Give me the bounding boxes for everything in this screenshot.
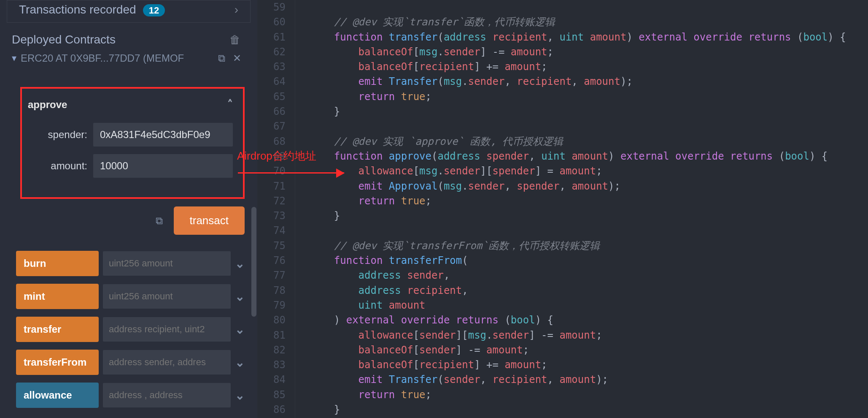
transactions-count-badge: 12 [143, 4, 165, 16]
line-number-gutter: 5960616263646566676869707172737475767778… [257, 0, 295, 418]
expand-mint-icon[interactable]: ⌄ [235, 290, 245, 304]
close-icon[interactable]: ✕ [233, 52, 241, 64]
chevron-right-icon: › [235, 3, 238, 16]
function-row-mint: mint⌄ [16, 284, 245, 309]
burn-button[interactable]: burn [16, 251, 99, 276]
transactions-recorded-row[interactable]: Transactions recorded 12 › [7, 0, 251, 23]
amount-label: amount: [28, 160, 93, 172]
chevron-up-icon[interactable]: ˄ [227, 98, 233, 111]
contract-name: ERC20 AT 0X9BF...77DD7 (MEMOF [21, 52, 210, 64]
transact-button[interactable]: transact [174, 206, 245, 235]
deploy-panel: Transactions recorded 12 › Deployed Cont… [0, 0, 257, 418]
copy-calldata-icon[interactable]: ⧉ [156, 215, 163, 227]
annotation-label: Airdrop合约地址 [237, 149, 316, 163]
transfer-args-input[interactable] [103, 317, 231, 342]
spender-input[interactable] [93, 123, 233, 147]
allowance-button[interactable]: allowance [16, 383, 99, 408]
expand-transferFrom-icon[interactable]: ⌄ [235, 356, 245, 369]
deployed-contracts-title: Deployed Contracts [12, 33, 116, 46]
function-row-transferFrom: transferFrom⌄ [16, 350, 245, 375]
mint-args-input[interactable] [103, 284, 231, 309]
copy-address-icon[interactable]: ⧉ [218, 52, 225, 64]
code-editor[interactable]: 5960616263646566676869707172737475767778… [257, 0, 868, 418]
code-content[interactable]: // @dev 实现`transfer`函数，代币转账逻辑 function t… [295, 0, 868, 418]
transferFrom-button[interactable]: transferFrom [16, 350, 99, 375]
expand-allowance-icon[interactable]: ⌄ [235, 388, 245, 402]
mint-button[interactable]: mint [16, 284, 99, 309]
approve-expanded-panel: approve ˄ spender: amount: [20, 87, 245, 199]
allowance-args-input[interactable] [103, 383, 231, 407]
function-row-allowance: allowance⌄ [16, 383, 245, 408]
expand-burn-icon[interactable]: ⌄ [235, 257, 245, 271]
spender-label: spender: [28, 129, 93, 141]
function-row-burn: burn⌄ [16, 251, 245, 276]
expand-transfer-icon[interactable]: ⌄ [235, 323, 245, 337]
transferFrom-args-input[interactable] [103, 350, 231, 375]
panel-scrollbar[interactable] [251, 207, 256, 317]
amount-input[interactable] [93, 154, 233, 178]
function-row-transfer: transfer⌄ [16, 317, 245, 342]
annotation-arrow [238, 172, 344, 174]
caret-down-icon[interactable]: ▾ [12, 53, 16, 64]
burn-args-input[interactable] [103, 251, 231, 276]
trash-icon[interactable]: 🗑 [229, 33, 240, 46]
approve-title: approve [28, 99, 67, 111]
contract-instance-row[interactable]: ▾ ERC20 AT 0X9BF...77DD7 (MEMOF ⧉ ✕ [0, 50, 257, 67]
transactions-label: Transactions recorded [19, 3, 136, 16]
transfer-button[interactable]: transfer [16, 317, 99, 342]
